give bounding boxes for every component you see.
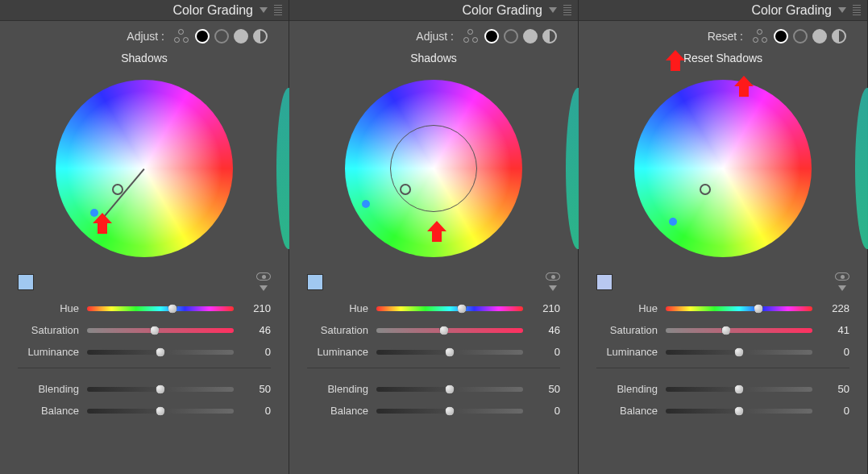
panel-grip-icon[interactable] xyxy=(563,5,571,16)
color-swatch[interactable] xyxy=(307,274,323,290)
mode-midtones-icon[interactable] xyxy=(793,29,808,44)
annotation-arrow-icon xyxy=(425,219,449,243)
balance-slider-row: Balance 0 xyxy=(18,405,271,417)
adjust-label: Adjust : xyxy=(127,30,164,43)
panel-grip-icon[interactable] xyxy=(853,5,861,16)
balance-slider[interactable] xyxy=(87,409,234,414)
disclosure-triangle-icon[interactable] xyxy=(260,285,268,291)
color-wheel-area xyxy=(0,68,289,269)
saturation-slider[interactable] xyxy=(376,328,523,333)
visibility-eye-icon[interactable] xyxy=(546,272,560,281)
sliders-group: Hue 210 Saturation 46 Luminance 0 xyxy=(289,294,578,361)
blending-value: 50 xyxy=(242,383,271,395)
mode-highlights-icon[interactable] xyxy=(234,29,248,44)
visibility-eye-icon[interactable] xyxy=(835,272,849,281)
panel-header: Color Grading xyxy=(0,0,289,21)
divider xyxy=(307,368,560,368)
mode-3way-icon[interactable] xyxy=(751,29,769,44)
mode-shadows-icon[interactable] xyxy=(195,29,210,44)
color-grading-panel: Color Grading Reset : Reset Shadows xyxy=(579,0,868,474)
color-wheel[interactable] xyxy=(634,80,812,257)
luminance-slider[interactable] xyxy=(87,350,234,355)
adjust-label: Adjust : xyxy=(416,30,454,43)
annotation-arrow-icon xyxy=(90,211,114,235)
saturation-value: 41 xyxy=(820,324,849,336)
blending-slider[interactable] xyxy=(666,387,812,392)
hue-slider[interactable] xyxy=(666,306,812,311)
blending-label: Blending xyxy=(18,383,79,395)
hue-value: 210 xyxy=(531,302,560,314)
mode-midtones-icon[interactable] xyxy=(504,29,518,44)
luminance-slider-row: Luminance 0 xyxy=(307,346,560,358)
panel-header: Color Grading xyxy=(579,0,867,21)
luminance-label: Luminance xyxy=(596,346,658,358)
mode-midtones-icon[interactable] xyxy=(214,29,229,44)
balance-value: 0 xyxy=(531,405,560,417)
luminance-value: 0 xyxy=(820,346,849,358)
divider xyxy=(18,368,271,368)
balance-slider[interactable] xyxy=(666,409,812,414)
hue-slider[interactable] xyxy=(87,306,234,311)
adjacent-wheel-peek[interactable] xyxy=(855,88,868,249)
saturation-slider-row: Saturation 46 xyxy=(18,324,271,336)
blend-sliders-group: Blending 50 Balance 0 xyxy=(289,375,578,420)
luminance-label: Luminance xyxy=(307,346,368,358)
swatch-row xyxy=(579,269,867,294)
saturation-slider[interactable] xyxy=(666,328,812,333)
disclosure-triangle-icon[interactable] xyxy=(549,285,557,291)
luminance-slider[interactable] xyxy=(666,350,812,355)
saturation-value: 46 xyxy=(242,324,271,336)
saturation-label: Saturation xyxy=(596,324,658,336)
wheel-subtitle: Shadows xyxy=(0,47,289,68)
color-swatch[interactable] xyxy=(18,274,34,290)
blend-sliders-group: Blending 50 Balance 0 xyxy=(579,375,867,420)
mode-shadows-icon[interactable] xyxy=(484,29,499,44)
visibility-eye-icon[interactable] xyxy=(256,272,271,281)
mode-shadows-icon[interactable] xyxy=(774,29,788,44)
luminance-value: 0 xyxy=(242,346,271,358)
luminance-slider[interactable] xyxy=(376,350,523,355)
swatch-row xyxy=(0,269,289,294)
blending-slider[interactable] xyxy=(87,387,234,392)
hue-slider[interactable] xyxy=(376,306,523,311)
luminance-value: 0 xyxy=(531,346,560,358)
panel-menu-icon[interactable] xyxy=(549,7,557,13)
hue-value: 210 xyxy=(242,302,271,314)
disclosure-triangle-icon[interactable] xyxy=(838,285,846,291)
adjust-mode-row: Adjust : xyxy=(289,21,578,47)
hue-value: 228 xyxy=(820,302,849,314)
mode-global-icon[interactable] xyxy=(253,29,268,44)
balance-slider-row: Balance 0 xyxy=(596,405,849,417)
balance-label: Balance xyxy=(18,405,79,417)
luminance-slider-row: Luminance 0 xyxy=(18,346,271,358)
color-swatch[interactable] xyxy=(596,274,613,290)
mode-3way-icon[interactable] xyxy=(172,29,190,44)
color-wheel[interactable] xyxy=(56,80,233,257)
mode-global-icon[interactable] xyxy=(832,29,846,44)
saturation-slider[interactable] xyxy=(87,328,234,333)
hue-label: Hue xyxy=(18,302,79,314)
blending-slider[interactable] xyxy=(376,387,523,392)
blend-sliders-group: Blending 50 Balance 0 xyxy=(0,375,289,420)
blending-slider-row: Blending 50 xyxy=(307,383,560,395)
adjust-label: Reset : xyxy=(708,30,743,43)
hue-slider-row: Hue 210 xyxy=(307,302,560,314)
balance-slider[interactable] xyxy=(376,409,523,414)
panel-title: Color Grading xyxy=(172,3,253,18)
saturation-label: Saturation xyxy=(18,324,79,336)
blending-value: 50 xyxy=(820,383,849,395)
annotation-arrow-icon xyxy=(663,48,687,73)
panel-menu-icon[interactable] xyxy=(260,7,268,13)
swatch-row xyxy=(289,269,578,294)
adjust-mode-row: Adjust : xyxy=(0,21,289,47)
panel-menu-icon[interactable] xyxy=(838,7,846,13)
mode-highlights-icon[interactable] xyxy=(523,29,538,44)
sliders-group: Hue 210 Saturation 46 Luminance 0 xyxy=(0,294,289,361)
balance-value: 0 xyxy=(820,405,849,417)
mode-highlights-icon[interactable] xyxy=(812,29,827,44)
hue-label: Hue xyxy=(307,302,368,314)
mode-3way-icon[interactable] xyxy=(462,29,480,44)
mode-global-icon[interactable] xyxy=(542,29,557,44)
blending-slider-row: Blending 50 xyxy=(18,383,271,395)
panel-grip-icon[interactable] xyxy=(274,5,282,16)
